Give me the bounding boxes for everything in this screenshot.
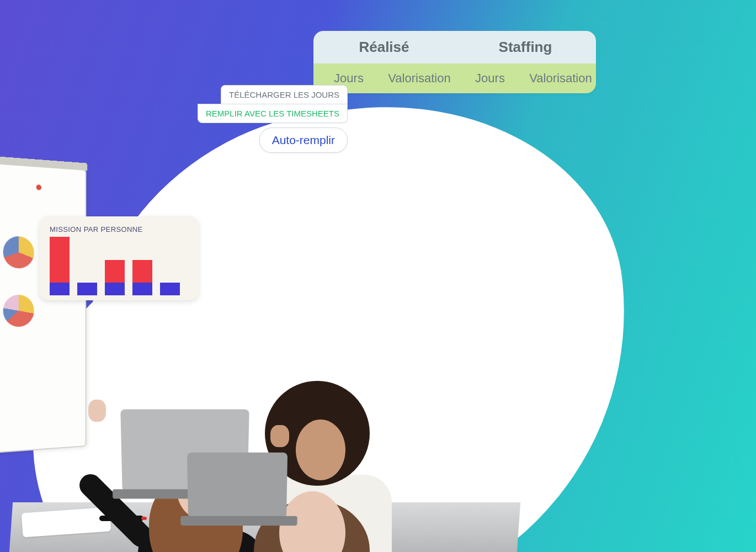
laptop (187, 453, 288, 518)
bar-segment-blue (105, 283, 125, 295)
bar-column (105, 260, 125, 295)
bar-segment-blue (77, 283, 97, 295)
bar-segment-blue (160, 283, 180, 295)
bar-segment-blue (132, 283, 152, 295)
bar-column (160, 283, 180, 295)
bar-column (77, 283, 97, 295)
bar-segment-red (50, 237, 70, 283)
auto-fill-button[interactable]: Auto-remplir (259, 128, 348, 153)
table-header-realise: Réalisé (313, 31, 455, 63)
bar-segment-red (132, 260, 152, 283)
pin-icon (36, 184, 41, 190)
chart-title: MISSION PAR PERSONNE (50, 225, 189, 233)
download-days-button[interactable]: TÉLÉCHARGER LES JOURS (221, 85, 348, 104)
bar-column (50, 237, 70, 295)
mission-par-personne-card: MISSION PAR PERSONNE (40, 216, 199, 300)
fill-timesheets-button[interactable]: REMPLIR AVEC LES TIMESHEETS (198, 104, 348, 123)
action-buttons: TÉLÉCHARGER LES JOURS REMPLIR AVEC LES T… (198, 85, 348, 153)
subheader-valorisation: Valorisation (384, 63, 455, 93)
bar-segment-red (105, 260, 125, 283)
mission-bar-chart (50, 238, 189, 295)
staffing-table: Réalisé Staffing Jours Valorisation Jour… (313, 31, 596, 93)
bar-segment-blue (50, 283, 70, 295)
subheader-valorisation: Valorisation (525, 63, 596, 93)
subheader-jours: Jours (455, 63, 525, 93)
bar-column (132, 260, 152, 295)
table-header-staffing: Staffing (455, 31, 596, 63)
